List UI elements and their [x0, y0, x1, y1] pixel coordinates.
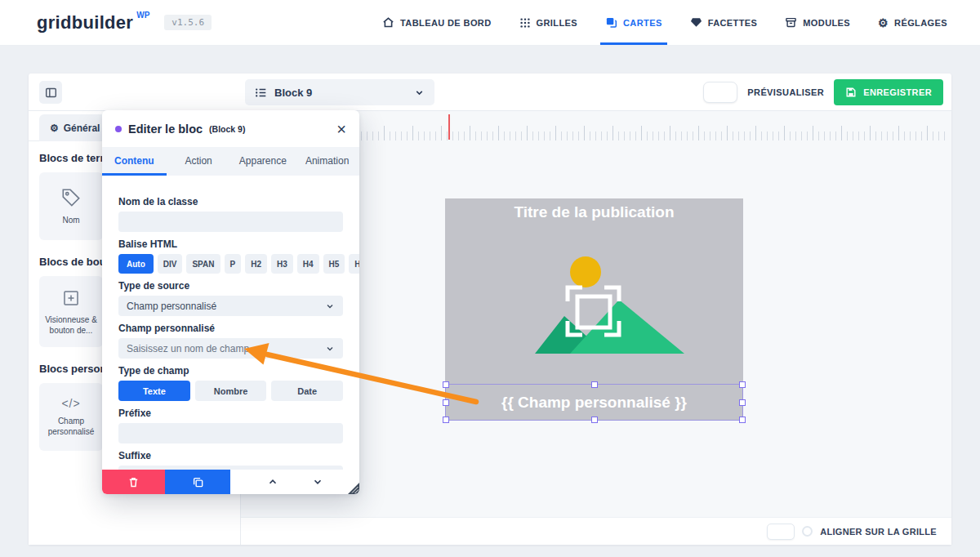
resize-handle[interactable]: [739, 417, 746, 423]
toolbar-actions: PRÉVISUALISER ENREGISTRER: [703, 79, 943, 105]
trash-icon: [127, 476, 140, 488]
block-card-visionneuse[interactable]: Visionneuse & bouton de...: [39, 276, 103, 347]
list-icon: [255, 87, 267, 99]
nav-label: FACETTES: [708, 18, 758, 28]
selected-block-custom-field[interactable]: {{ Champ personnalisé }}: [445, 384, 743, 421]
field-type-label: Type de champ: [118, 365, 343, 377]
html-tag-div[interactable]: DIV: [158, 254, 183, 274]
close-icon[interactable]: ×: [336, 121, 346, 137]
wp-badge: WP: [136, 11, 149, 20]
snap-to-grid-toggle[interactable]: [767, 524, 795, 540]
tab-action[interactable]: Action: [167, 147, 231, 176]
code-icon: </>: [61, 397, 80, 410]
block-card-label: Visionneuse & bouton de...: [42, 315, 100, 336]
main-nav: TABLEAU DE BORD GRILLES CARTES FACETTES …: [382, 0, 947, 45]
html-tag-options: Auto DIV SPAN P H2 H3 H4 H5 H6: [118, 254, 343, 274]
html-tag-label: Balise HTML: [118, 238, 343, 251]
modal-header: Editer le bloc (Block 9) ×: [102, 110, 359, 147]
tab-general-label: Général: [64, 123, 100, 134]
save-button[interactable]: ENREGISTRER: [834, 79, 943, 105]
class-name-label: Nom de la classe: [118, 196, 343, 208]
resize-handle[interactable]: [443, 417, 449, 423]
resize-handle[interactable]: [591, 381, 598, 388]
lightbox-icon: [60, 287, 82, 309]
nav-label: RÉGLAGES: [894, 18, 947, 28]
html-tag-h6[interactable]: H6: [349, 254, 359, 274]
custom-field-select[interactable]: Saisissez un nom de champ: [118, 338, 343, 359]
tab-animation[interactable]: Animation: [295, 147, 359, 176]
modal-resize-handle[interactable]: [348, 483, 359, 494]
html-tag-p[interactable]: P: [225, 254, 242, 274]
block-card-nom[interactable]: Nom: [39, 172, 103, 240]
modal-footer-nav: [230, 470, 359, 494]
tag-icon: [60, 186, 82, 209]
block-card-label: Champ personnalisé: [42, 417, 100, 437]
html-tag-h5[interactable]: H5: [323, 254, 345, 274]
preview-toggle[interactable]: [703, 82, 737, 103]
brand: gridbuilder WP v1.5.6: [37, 12, 212, 33]
field-type-nombre[interactable]: Nombre: [195, 381, 267, 401]
modal-tabs: Contenu Action Apparence Animation: [102, 147, 359, 176]
nav-label: CARTES: [623, 18, 662, 28]
duplicate-block-button[interactable]: [165, 470, 230, 494]
html-tag-h2[interactable]: H2: [245, 254, 267, 274]
html-tag-h4[interactable]: H4: [297, 254, 319, 274]
gear-icon: ⚙: [878, 17, 889, 29]
canvas-bottom-bar: ALIGNER SUR LA GRILLE: [241, 517, 951, 545]
html-tag-auto[interactable]: Auto: [118, 254, 154, 274]
class-name-input[interactable]: [118, 212, 343, 232]
grid-icon: [519, 17, 531, 29]
modal-title: Editer le bloc: [128, 123, 203, 136]
source-type-select[interactable]: Champ personnalisé: [118, 296, 343, 316]
source-type-value: Champ personnalisé: [127, 301, 216, 312]
move-up-button[interactable]: [267, 476, 278, 488]
block-selector[interactable]: Block 9: [245, 79, 434, 105]
sidebar-layout-icon: [45, 87, 57, 99]
html-tag-h3[interactable]: H3: [271, 254, 293, 274]
nav-item-reglages[interactable]: ⚙ RÉGLAGES: [878, 0, 947, 45]
app-header: gridbuilder WP v1.5.6 TABLEAU DE BORD GR…: [0, 0, 980, 46]
snap-indicator-icon: [802, 526, 813, 537]
app: gridbuilder WP v1.5.6 TABLEAU DE BORD GR…: [0, 0, 980, 557]
chevron-down-icon: [325, 301, 335, 311]
nav-item-grilles[interactable]: GRILLES: [519, 0, 577, 45]
prefix-label: Préfixe: [118, 408, 343, 420]
resize-handle[interactable]: [739, 399, 746, 406]
modules-icon: [785, 16, 797, 29]
resize-handle[interactable]: [739, 381, 746, 388]
delete-block-button[interactable]: [102, 470, 165, 494]
nav-label: TABLEAU DE BORD: [400, 18, 492, 28]
resize-handle[interactable]: [591, 417, 598, 423]
gear-icon: ⚙: [50, 123, 59, 134]
save-icon: [845, 87, 857, 98]
field-type-options: Texte Nombre Date: [118, 381, 343, 401]
html-tag-span[interactable]: SPAN: [186, 254, 220, 274]
block-card-champ-personnalise[interactable]: </> Champ personnalisé: [39, 383, 103, 451]
nav-item-facettes[interactable]: FACETTES: [690, 0, 758, 45]
field-type-date[interactable]: Date: [271, 381, 343, 401]
card-preview[interactable]: Titre de la publication {{ Champ personn…: [445, 198, 743, 421]
resize-handle[interactable]: [443, 399, 449, 406]
save-label: ENREGISTRER: [863, 87, 932, 97]
nav-item-cartes[interactable]: CARTES: [605, 0, 662, 45]
modal-footer: [102, 470, 359, 494]
block-selector-value: Block 9: [274, 87, 312, 99]
tab-apparence[interactable]: Apparence: [231, 147, 296, 176]
toggle-sidebar-button[interactable]: [39, 81, 62, 104]
tab-contenu[interactable]: Contenu: [102, 147, 167, 176]
nav-item-tableau-de-bord[interactable]: TABLEAU DE BORD: [382, 0, 492, 45]
cards-icon: [605, 16, 617, 29]
nav-item-modules[interactable]: MODULES: [785, 0, 850, 45]
suffix-label: Suffixe: [118, 450, 343, 462]
copy-icon: [192, 476, 204, 488]
chevron-down-icon: [414, 87, 425, 98]
nav-label: GRILLES: [537, 18, 577, 28]
field-type-texte[interactable]: Texte: [118, 381, 190, 401]
tab-general[interactable]: ⚙ Général: [39, 114, 110, 141]
edit-block-modal: Editer le bloc (Block 9) × Contenu Actio…: [102, 110, 359, 494]
move-down-button[interactable]: [312, 476, 323, 488]
source-type-label: Type de source: [118, 280, 343, 292]
prefix-input[interactable]: [118, 423, 343, 443]
resize-handle[interactable]: [443, 381, 449, 388]
nav-label: MODULES: [803, 18, 850, 28]
